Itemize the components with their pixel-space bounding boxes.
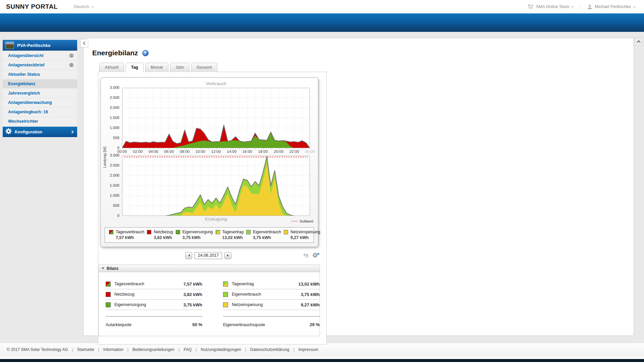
sollwert-line-icon bbox=[291, 221, 298, 222]
legend-entry: Tagesverbrauch7,57 kWh bbox=[108, 230, 146, 240]
quote-label: Eigenverbrauchsquote bbox=[223, 322, 310, 327]
tab-gesamt[interactable]: Gesamt bbox=[191, 63, 217, 72]
bilanz-value: 3,75 kWh bbox=[301, 292, 320, 297]
legend-name: Tagesverbrauch bbox=[116, 230, 144, 234]
bottom-bar bbox=[0, 359, 644, 362]
sollwert-label: Sollwert bbox=[300, 219, 313, 223]
sidebar-menu: AnlagenübersichtAnlagensteckbriefAktuell… bbox=[3, 51, 77, 126]
footer-link[interactable]: Startseite bbox=[77, 347, 94, 352]
footer-link[interactable]: Impressum bbox=[299, 347, 318, 352]
footer: © 2017 SMA Solar Technology AG|Startseit… bbox=[0, 343, 644, 357]
bilanz-swatch-icon bbox=[223, 292, 228, 297]
bilanz-swatch-icon bbox=[223, 302, 228, 307]
tab-monat[interactable]: Monat bbox=[145, 63, 168, 72]
sidebar-item-label: Jahresvergleich bbox=[8, 91, 74, 96]
sidebar-item-jahresvergleich[interactable]: Jahresvergleich bbox=[3, 89, 77, 98]
sidebar-item-anlagenueberwachung[interactable]: Anlagenüberwachung bbox=[3, 98, 77, 107]
language-label: Deutsch bbox=[74, 4, 89, 9]
chart-settings-icon[interactable] bbox=[312, 252, 318, 258]
date-input[interactable] bbox=[195, 252, 222, 259]
globe-icon bbox=[69, 53, 74, 58]
y-tick-label: 2.000 bbox=[110, 106, 119, 110]
bilanz-value: 3,75 kWh bbox=[183, 302, 202, 307]
language-selector[interactable]: Deutsch bbox=[74, 4, 94, 9]
bilanz-row: Tagesertrag13,02 kWh bbox=[223, 279, 320, 289]
tab-jahr[interactable]: Jahr bbox=[170, 63, 190, 72]
sidebar-item-wechselrichter[interactable]: Wechselrichter bbox=[3, 117, 77, 126]
sidebar-item-anlagensteckbrief[interactable]: Anlagensteckbrief bbox=[3, 61, 77, 69]
x-tick-label: 22:00 bbox=[289, 149, 299, 154]
help-icon[interactable]: ? bbox=[142, 50, 149, 56]
dropdown-triangle-icon bbox=[317, 251, 320, 254]
footer-link[interactable]: FAQ bbox=[183, 347, 192, 352]
bilanz-value: 13,02 kWh bbox=[298, 282, 320, 287]
x-tick-label: 00:00 bbox=[305, 149, 315, 154]
chart-panel: Leistung [W] Verbrauch 3.0002.5002.0001.… bbox=[100, 77, 318, 247]
bilanz-label: Netzbezug bbox=[114, 292, 183, 297]
bilanz-row: Netzeinspeisung9,27 kWh bbox=[223, 300, 320, 310]
user-name-label: Michael Perlitschke bbox=[595, 4, 631, 9]
bilanz-label: Tagesertrag bbox=[232, 282, 298, 286]
bilanz-header[interactable]: Bilanz bbox=[99, 264, 320, 272]
bilanz-right-column: Tagesertrag13,02 kWhEigenverbrauch3,75 k… bbox=[223, 279, 320, 327]
footer-link[interactable]: Datenschutzerklärung bbox=[250, 347, 289, 352]
online-store-menu[interactable]: SMA Online Store bbox=[527, 4, 574, 9]
sollwert-legend: Sollwert bbox=[291, 219, 313, 223]
sidebar-item-anlagenlogbuch[interactable]: Anlagenlogbuch: 16 bbox=[3, 108, 77, 116]
main-panel: Energiebilanz ? AktuellTagMonatJahrGesam… bbox=[83, 38, 634, 336]
bilanz-quote-row: Autarkiequote50 % bbox=[106, 316, 202, 327]
collapse-triangle-icon bbox=[102, 267, 104, 270]
bilanz-label: Eigenversorgung bbox=[114, 302, 183, 307]
bilanz-quote-row: Eigenverbrauchsquote29 % bbox=[223, 316, 320, 327]
y-tick-label: 1.500 bbox=[110, 183, 119, 187]
tab-content: Leistung [W] Verbrauch 3.0002.5002.0001.… bbox=[98, 72, 327, 345]
footer-link[interactable]: Nutzungsbedingungen bbox=[201, 347, 241, 352]
consumption-chart-title: Verbrauch bbox=[122, 81, 310, 88]
footer-divider: | bbox=[245, 347, 246, 352]
plant-photo-thumbnail bbox=[5, 42, 14, 49]
topbar-right: SMA Online Store Michael Perlitschke bbox=[527, 4, 635, 10]
blue-banner bbox=[0, 13, 644, 32]
tab-aktuell[interactable]: Aktuell bbox=[99, 63, 124, 72]
bilanz-label: Eigenverbrauch bbox=[232, 292, 301, 297]
x-tick-label: 12:00 bbox=[211, 149, 221, 154]
chevron-down-icon bbox=[571, 5, 574, 7]
footer-link[interactable]: Information bbox=[103, 347, 123, 352]
x-tick-label: 16:00 bbox=[243, 149, 252, 154]
arrow-left-icon bbox=[187, 254, 190, 257]
legend-swatch-icon bbox=[246, 230, 251, 234]
scroll-top-button[interactable] bbox=[634, 37, 643, 46]
production-y-axis: 3.0002.5002.0001.5001.0005000 bbox=[101, 156, 122, 216]
legend-swatch-icon bbox=[216, 230, 220, 234]
bilanz-swatch-icon bbox=[223, 282, 228, 287]
tab-tag[interactable]: Tag bbox=[126, 63, 144, 72]
footer-divider: | bbox=[178, 347, 179, 352]
quote-value: 50 % bbox=[192, 322, 202, 327]
legend-name: Eigenverbrauch bbox=[253, 230, 281, 234]
footer-link[interactable]: Bedienungsanleitungen bbox=[132, 347, 174, 352]
next-day-button[interactable] bbox=[224, 252, 231, 259]
bilanz-title: Bilanz bbox=[107, 266, 118, 271]
x-tick-label: 02:00 bbox=[133, 149, 143, 154]
previous-day-button[interactable] bbox=[185, 252, 192, 259]
legend-entry: Tagesertrag13,02 kWh bbox=[214, 230, 245, 240]
y-tick-label: 1.000 bbox=[110, 126, 119, 130]
legend-value: 9,27 kWh bbox=[290, 235, 320, 240]
sidebar-item-anlagenuebersicht[interactable]: Anlagenübersicht bbox=[3, 51, 77, 60]
sidebar-collapse-button[interactable] bbox=[80, 39, 88, 48]
sidebar-item-aktueller-status[interactable]: Aktueller Status bbox=[3, 70, 77, 79]
y-tick-label: 2.500 bbox=[110, 163, 119, 167]
legend-value: 3,75 kWh bbox=[253, 235, 281, 240]
legend-value: 3,75 kWh bbox=[182, 235, 213, 240]
bilanz-label: Netzeinspeisung bbox=[232, 302, 301, 307]
plant-header[interactable]: PVA-Perlitschke bbox=[3, 40, 77, 51]
globe-icon bbox=[69, 63, 74, 67]
sidebar-item-konfiguration[interactable]: Konfiguration bbox=[3, 127, 77, 137]
sidebar-item-energiebilanz[interactable]: Energiebilanz bbox=[3, 79, 77, 88]
chevron-right-icon bbox=[70, 130, 74, 134]
footer-divider: | bbox=[98, 347, 99, 352]
y-tick-label: 500 bbox=[113, 136, 119, 140]
y-tick-label: 2.000 bbox=[110, 173, 119, 177]
user-menu[interactable]: Michael Perlitschke bbox=[587, 4, 635, 9]
publish-icon[interactable] bbox=[302, 252, 309, 258]
